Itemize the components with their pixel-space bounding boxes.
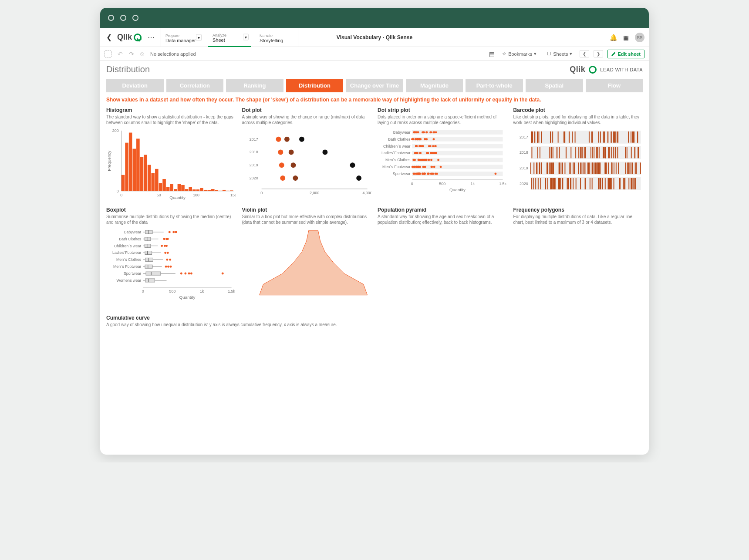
svg-text:0: 0 (260, 191, 263, 195)
svg-point-487 (165, 265, 167, 267)
chart-violin[interactable] (242, 225, 372, 309)
svg-point-457 (163, 238, 165, 240)
svg-rect-16 (174, 189, 177, 191)
svg-point-145 (430, 159, 432, 161)
category-tab-part-to-whole[interactable]: Part-to-whole (466, 79, 523, 92)
chart-cumulative[interactable] (106, 333, 371, 446)
bookmark-icon: ☆ (502, 51, 506, 57)
grid-apps-icon[interactable]: ▦ (623, 34, 629, 41)
svg-point-157 (428, 159, 430, 161)
window-close-dot[interactable] (108, 15, 114, 21)
user-avatar[interactable]: RR (635, 33, 644, 42)
mode-tab-label: Analyze (213, 33, 247, 37)
svg-point-74 (426, 131, 428, 133)
svg-point-135 (427, 152, 429, 154)
category-tab-correlation[interactable]: Correlation (166, 79, 224, 92)
app-menu-button[interactable]: ⋯ (145, 33, 157, 41)
svg-rect-493 (146, 272, 161, 275)
sheets-menu[interactable]: ☐Sheets ▾ (544, 50, 575, 58)
chart-pyramid[interactable] (378, 225, 507, 309)
svg-text:Children´s wear: Children´s wear (114, 243, 141, 248)
next-sheet-button[interactable]: ❯ (594, 50, 603, 57)
svg-text:Men´s Footwear: Men´s Footwear (382, 165, 410, 169)
card-histogram: Histogram The standard way to show a sta… (106, 107, 236, 201)
card-title: Dot plot (242, 107, 372, 113)
chevron-down-icon[interactable]: ▾ (196, 34, 202, 40)
card-desc: The standard way to show a statistical d… (106, 114, 236, 125)
svg-text:2018: 2018 (249, 150, 258, 154)
back-button[interactable]: ❮ (105, 33, 114, 41)
svg-text:2017: 2017 (519, 135, 528, 139)
window-min-dot[interactable] (120, 15, 126, 21)
category-tab-change-over-time[interactable]: Change over Time (346, 79, 403, 92)
svg-text:Quantity: Quantity (449, 187, 466, 192)
category-tab-spatial[interactable]: Spatial (526, 79, 583, 92)
svg-rect-478 (145, 258, 153, 261)
chart-dotplot[interactable]: 201720182019202002,0004,000 (242, 125, 372, 201)
insight-advisor-icon[interactable]: ▤ (489, 51, 495, 57)
card-title: Dot strip plot (378, 107, 507, 113)
chart-freqpoly[interactable] (513, 225, 643, 309)
chevron-down-icon[interactable]: ▾ (243, 34, 249, 40)
brand-q-icon (134, 34, 142, 41)
card-title: Boxplot (106, 207, 236, 213)
bookmarks-menu[interactable]: ☆Bookmarks ▾ (499, 50, 540, 58)
svg-rect-455 (145, 237, 151, 240)
mode-tab-label: Narrate (260, 34, 294, 38)
edit-sheet-button[interactable]: Edit sheet (607, 50, 644, 58)
svg-rect-22 (196, 189, 200, 191)
mode-tab-narrate[interactable]: Narrate Storytelling (255, 28, 298, 47)
selection-tool-icon[interactable] (105, 51, 111, 57)
svg-point-50 (290, 162, 296, 168)
svg-point-465 (161, 245, 163, 247)
category-tab-distribution[interactable]: Distribution (286, 79, 344, 92)
step-back-icon[interactable]: ↶ (118, 51, 123, 57)
svg-text:Quantity: Quantity (169, 195, 186, 200)
brand-logo[interactable]: Qlik (117, 33, 142, 42)
mode-tab-analyze[interactable]: Analyze Sheet ▾ (208, 28, 251, 47)
category-tab-magnitude[interactable]: Magnitude (406, 79, 463, 92)
svg-point-119 (415, 145, 418, 147)
svg-text:1k: 1k (470, 182, 475, 186)
selection-toolbar: ↶ ↷ ⦸ No selections applied ▤ ☆Bookmarks… (100, 47, 649, 61)
category-tab-flow[interactable]: Flow (586, 79, 643, 92)
svg-text:Quantity: Quantity (179, 294, 195, 299)
window-max-dot[interactable] (132, 15, 138, 21)
chart-barcode[interactable]: 2017201820192020 (513, 125, 643, 201)
svg-point-175 (422, 166, 424, 168)
svg-text:150: 150 (230, 193, 236, 197)
mode-tab-prepare[interactable]: Prepare Data manager ▾ (161, 28, 204, 47)
card-title: Cumulative curve (106, 315, 371, 321)
svg-text:Ladies´Footwear: Ladies´Footwear (381, 151, 410, 155)
chart-histogram[interactable]: 0501001500200QuantityFrequency (106, 125, 236, 201)
svg-text:Womens wear: Womens wear (117, 278, 142, 282)
svg-rect-26 (211, 189, 215, 191)
category-tab-deviation[interactable]: Deviation (106, 79, 164, 92)
svg-text:Men´s Footwear: Men´s Footwear (113, 264, 141, 269)
step-forward-icon[interactable]: ↷ (129, 51, 134, 57)
chart-dotstrip[interactable]: BabywearBath ClothesChildren´s wearLadie… (378, 125, 507, 201)
svg-point-70 (435, 131, 437, 133)
svg-point-165 (433, 166, 435, 168)
clear-selections-icon[interactable]: ⦸ (140, 50, 144, 57)
svg-point-46 (288, 150, 294, 155)
svg-point-95 (424, 138, 426, 140)
mode-tab-value: Storytelling (260, 38, 294, 43)
svg-rect-5 (132, 149, 136, 191)
svg-text:Sportwear: Sportwear (124, 271, 142, 276)
svg-text:Frequency: Frequency (107, 151, 111, 171)
svg-point-78 (413, 131, 415, 133)
page-title: Distribution (106, 64, 150, 74)
svg-text:1.5k: 1.5k (499, 182, 506, 186)
svg-rect-263 (530, 146, 641, 159)
chart-boxplot[interactable]: BabywearBath ClothesChildren´s wearLadie… (106, 225, 236, 309)
prev-sheet-button[interactable]: ❮ (580, 50, 589, 57)
svg-text:Ladies´Footwear: Ladies´Footwear (112, 250, 141, 255)
card-title: Frequency polygons (513, 207, 643, 213)
notifications-icon[interactable]: 🔔 (610, 34, 617, 41)
category-tab-ranking[interactable]: Ranking (226, 79, 283, 92)
svg-point-449 (169, 231, 171, 233)
svg-point-51 (350, 162, 355, 168)
card-desc: Similar to a box plot but more effective… (242, 214, 372, 225)
svg-text:2020: 2020 (249, 176, 258, 180)
